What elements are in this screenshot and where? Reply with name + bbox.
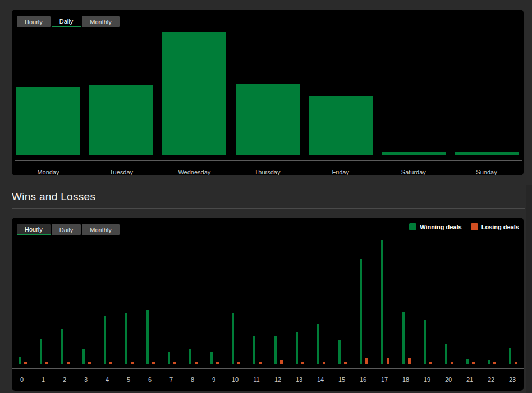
hourly-x-label-13: 13 <box>296 376 302 383</box>
hourly-x-label-22: 22 <box>488 376 494 383</box>
daily-bar-thursday <box>236 84 300 155</box>
hourly-loss-bar-5 <box>131 362 134 364</box>
hourly-loss-bar-8 <box>195 362 198 364</box>
top-border-line <box>17 2 532 2</box>
hourly-win-bar-15 <box>338 340 341 364</box>
hourly-chart-tabs: Hourly Daily Monthly <box>17 224 120 235</box>
hourly-win-bar-14 <box>317 324 319 364</box>
section-divider <box>12 208 525 209</box>
hourly-win-bar-18 <box>402 312 405 364</box>
hourly-x-label-0: 0 <box>20 376 24 383</box>
hourly-loss-bar-11 <box>259 362 262 364</box>
top-tab-daily[interactable]: Daily <box>52 16 81 27</box>
daily-bar-sunday <box>455 152 519 155</box>
hourly-win-bar-6 <box>146 310 149 364</box>
hourly-win-bar-16 <box>360 259 362 364</box>
hourly-loss-bar-13 <box>301 362 304 364</box>
hourly-win-bar-3 <box>82 349 85 364</box>
hourly-win-bar-9 <box>210 352 213 364</box>
daily-bar-friday <box>309 96 373 155</box>
hourly-x-label-12: 12 <box>274 376 281 383</box>
winning-deals-swatch <box>409 223 416 230</box>
hourly-x-label-17: 17 <box>381 376 388 383</box>
hourly-win-bar-13 <box>296 332 298 364</box>
hourly-x-label-10: 10 <box>232 376 239 383</box>
hourly-x-label-6: 6 <box>148 376 152 383</box>
hourly-x-label-14: 14 <box>317 376 324 383</box>
hourly-loss-bar-18 <box>408 358 411 364</box>
hourly-loss-bar-7 <box>173 362 176 364</box>
daily-bar-tuesday <box>89 85 153 155</box>
hourly-loss-bar-22 <box>493 362 496 364</box>
hourly-win-bar-12 <box>274 336 277 364</box>
daily-bar-saturday <box>382 152 446 155</box>
hourly-loss-bar-19 <box>429 362 432 364</box>
daily-x-label-wednesday: Wednesday <box>178 169 210 175</box>
hourly-win-bar-7 <box>168 352 170 364</box>
hourly-loss-bar-1 <box>45 362 48 364</box>
hourly-loss-bar-23 <box>515 362 517 364</box>
hourly-win-bar-11 <box>253 336 255 364</box>
hourly-x-label-11: 11 <box>253 376 259 383</box>
hourly-x-label-18: 18 <box>402 376 409 383</box>
hourly-win-bar-23 <box>509 348 511 364</box>
hourly-x-axis <box>12 368 524 369</box>
daily-x-label-friday: Friday <box>332 169 349 175</box>
hourly-win-bar-5 <box>125 313 127 364</box>
daily-chart-tabs: Hourly Daily Monthly <box>17 16 120 27</box>
top-tab-hourly[interactable]: Hourly <box>17 16 51 27</box>
hourly-win-bar-2 <box>61 329 63 364</box>
hourly-loss-bar-17 <box>387 358 389 364</box>
daily-x-label-tuesday: Tuesday <box>109 169 133 175</box>
winning-deals-legend-label: Winning deals <box>420 224 461 230</box>
losing-deals-swatch <box>471 223 478 230</box>
hourly-loss-bar-14 <box>323 362 325 364</box>
legend-item-losing: Losing deals <box>471 223 519 230</box>
losing-deals-legend-label: Losing deals <box>481 224 519 230</box>
top-tab-monthly[interactable]: Monthly <box>82 16 120 27</box>
hourly-chart-panel: Hourly Daily Monthly Winning deals Losin… <box>12 218 524 391</box>
hourly-win-bar-0 <box>19 357 21 364</box>
hourly-x-label-15: 15 <box>338 376 345 383</box>
bottom-tab-daily[interactable]: Daily <box>52 224 81 235</box>
bottom-tab-monthly[interactable]: Monthly <box>82 224 120 235</box>
hourly-win-bar-4 <box>104 316 106 364</box>
hourly-loss-bar-0 <box>24 362 27 364</box>
hourly-loss-bar-4 <box>109 362 112 364</box>
daily-bar-wednesday <box>162 32 226 155</box>
hourly-x-label-21: 21 <box>466 376 473 383</box>
hourly-win-bar-21 <box>466 359 469 364</box>
hourly-win-bar-22 <box>488 360 490 364</box>
hourly-x-label-23: 23 <box>509 376 516 383</box>
daily-x-label-sunday: Sunday <box>476 169 497 175</box>
legend: Winning deals Losing deals <box>409 223 519 230</box>
hourly-x-label-5: 5 <box>127 376 130 383</box>
hourly-loss-bar-9 <box>216 362 219 364</box>
daily-x-axis <box>15 160 522 161</box>
hourly-loss-bar-3 <box>88 362 91 364</box>
hourly-win-bar-8 <box>189 349 191 364</box>
hourly-x-label-1: 1 <box>42 376 45 383</box>
hourly-loss-bar-12 <box>280 360 283 364</box>
hourly-x-label-3: 3 <box>84 376 88 383</box>
legend-item-winning: Winning deals <box>409 223 461 230</box>
hourly-loss-bar-6 <box>152 362 155 364</box>
hourly-x-label-16: 16 <box>360 376 366 383</box>
hourly-x-label-9: 9 <box>212 376 215 383</box>
analytics-page: { "section_title": "Wins and Losses", "c… <box>0 0 532 393</box>
hourly-x-label-4: 4 <box>106 376 109 383</box>
daily-bar-monday <box>16 87 80 155</box>
hourly-x-label-19: 19 <box>424 376 430 383</box>
hourly-win-bar-1 <box>40 339 42 364</box>
hourly-x-label-7: 7 <box>169 376 173 383</box>
hourly-loss-bar-15 <box>344 362 347 364</box>
hourly-loss-bar-10 <box>237 362 240 364</box>
hourly-x-label-8: 8 <box>191 376 194 383</box>
hourly-win-bar-10 <box>232 313 234 364</box>
hourly-win-bar-17 <box>381 240 383 364</box>
bottom-tab-hourly[interactable]: Hourly <box>17 224 51 235</box>
right-edge-strip <box>526 185 532 393</box>
hourly-loss-bar-20 <box>451 362 453 364</box>
daily-chart-panel: Hourly Daily Monthly MondayTuesdayWednes… <box>12 10 524 175</box>
daily-x-label-saturday: Saturday <box>401 169 426 175</box>
